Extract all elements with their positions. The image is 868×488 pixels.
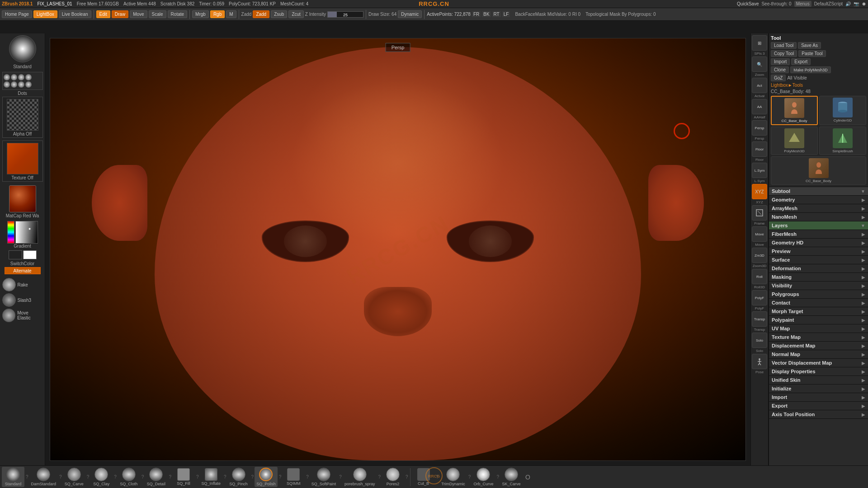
solo-btn[interactable]: Solo <box>752 333 767 348</box>
texture-section[interactable]: Texture Off <box>2 141 43 182</box>
brush-preview[interactable] <box>9 35 36 62</box>
brush-sq-cloth[interactable]: SQ_Cloth <box>118 467 140 487</box>
uv-map-section[interactable]: UV Map ▶ <box>769 324 868 333</box>
polyf-btn[interactable]: PolyF <box>752 290 767 305</box>
rgb-btn[interactable]: Rgb <box>210 10 225 18</box>
save-as-btn[interactable]: Save As <box>798 42 821 49</box>
tool-thumb-cc-base-body2[interactable]: CC_Base_Body <box>771 156 866 185</box>
import-section[interactable]: Import ▶ <box>769 393 868 402</box>
fibermesh-section[interactable]: FiberMesh ▶ <box>769 230 868 239</box>
brush-dam-standard[interactable]: DamStandard <box>29 467 58 487</box>
tool-thumb-cc-base-body[interactable]: CC_Base_Body <box>771 96 818 125</box>
polygroups-section[interactable]: Polygroups ▶ <box>769 290 868 299</box>
arraymesh-section[interactable]: ArrayMesh ▶ <box>769 204 868 213</box>
hue-bar[interactable] <box>7 221 14 244</box>
record-icon[interactable]: ⏺ <box>862 1 866 6</box>
display-properties-section[interactable]: Display Properties ▶ <box>769 367 868 376</box>
layers-section[interactable]: Layers ▼ <box>769 221 868 230</box>
brush-sq-pinch[interactable]: SQ_Pinch <box>227 467 250 487</box>
surface-section[interactable]: Surface ▶ <box>769 256 868 264</box>
brush-sq-polish[interactable]: SQ_Polish <box>255 467 278 487</box>
brush-sq-detail[interactable]: SQ_Detail <box>145 467 167 487</box>
home-page-btn[interactable]: Home Page <box>2 10 32 18</box>
slash3-brush[interactable]: Slash3 <box>2 293 43 307</box>
material-section[interactable]: MatCap Red Wa <box>5 184 41 218</box>
texture-map-section[interactable]: Texture Map ▶ <box>769 333 868 342</box>
tool-thumb-simplebrush[interactable]: SimpleBrush <box>819 127 866 155</box>
move3d-btn[interactable]: Move <box>752 226 767 242</box>
lightbox-tools-btn[interactable]: Lightbox►Tools <box>771 83 866 88</box>
normal-map-section[interactable]: Normal Map ▶ <box>769 350 868 359</box>
displacement-map-section[interactable]: Displacement Map ▶ <box>769 342 868 350</box>
foreground-color[interactable] <box>9 250 22 259</box>
export-btn[interactable]: Export <box>791 58 811 65</box>
brush-sk-carve[interactable]: SK_Carve <box>500 467 523 487</box>
lightbox-btn[interactable]: LightBox <box>33 10 57 18</box>
visibility-section[interactable]: Visibility ▶ <box>769 282 868 290</box>
edit-btn[interactable]: Edit <box>96 10 110 18</box>
brush-orb-curve[interactable]: Orb_Curve <box>472 467 495 487</box>
import-btn[interactable]: Import <box>771 58 790 65</box>
local-btn[interactable]: L.Sym <box>752 163 767 178</box>
stroke-section[interactable] <box>2 72 43 90</box>
mask-polygroups[interactable]: Mask By Polygroups: 0 <box>609 12 656 17</box>
geometryhd-section[interactable]: Geometry HD ▶ <box>769 239 868 247</box>
speaker-icon[interactable]: 🔊 <box>845 1 851 6</box>
tool-thumb-cylinder[interactable]: CylinderSD <box>819 96 866 125</box>
move-btn[interactable]: Move <box>130 10 147 18</box>
transp-btn[interactable]: Transp <box>752 311 767 327</box>
brush-sq-clay[interactable]: SQ_Clay <box>90 467 113 487</box>
brush-sq-carve[interactable]: SQ_Carve <box>63 467 85 487</box>
export-section[interactable]: Export ▶ <box>769 402 868 410</box>
zsub-btn[interactable]: Zsub <box>271 10 287 18</box>
perspective-view-btn[interactable]: Persp <box>386 43 410 52</box>
brush-trim-dynamic[interactable]: TrimDynamic <box>439 467 467 487</box>
bk-btn[interactable]: BK <box>482 11 491 17</box>
spls3-btn[interactable]: ⊞ <box>752 35 767 51</box>
geometry-section[interactable]: Geometry ▶ <box>769 196 868 204</box>
backface-mask[interactable]: BackFaceMask <box>515 12 546 17</box>
see-through[interactable]: See-through: 0 <box>761 1 791 6</box>
camera-icon[interactable]: 📷 <box>854 1 859 6</box>
alternate-btn[interactable]: Alternate <box>5 267 41 274</box>
brush-sq-softpaint[interactable]: SQ_SoftPaint <box>310 467 338 487</box>
clone-btn[interactable]: Clone <box>771 66 789 73</box>
zadd-btn[interactable]: Zadd <box>253 10 269 18</box>
load-tool-btn[interactable]: Load Tool <box>771 42 797 49</box>
paste-tool-btn[interactable]: Paste Tool <box>798 50 826 57</box>
zoom3d-btn[interactable]: Zm3D <box>752 248 767 263</box>
menus-btn[interactable]: Menus <box>794 1 811 7</box>
initialize-section[interactable]: Initialize ▶ <box>769 385 868 393</box>
unified-skin-section[interactable]: Unified Skin ▶ <box>769 376 868 385</box>
z-intensity-slider[interactable]: 25 <box>327 11 363 18</box>
sv-box[interactable] <box>15 221 38 244</box>
vector-displacement-map-section[interactable]: Vector Displacement Map ▶ <box>769 359 868 367</box>
brush-sq-fill[interactable]: SQ_Fill <box>172 467 195 487</box>
copy-tool-btn[interactable]: Copy Tool <box>771 50 797 57</box>
rake-brush[interactable]: Rake <box>2 278 43 291</box>
pose-btn[interactable] <box>752 354 767 369</box>
rotate-btn[interactable]: Rotate <box>168 10 187 18</box>
frame-btn[interactable] <box>752 205 767 221</box>
zcut-btn[interactable]: Zcut <box>288 10 303 18</box>
main-canvas[interactable]: RRCG.CN Persp <box>45 33 750 465</box>
mrgb-btn[interactable]: Mrgb <box>192 10 209 18</box>
brush-sq-inflate[interactable]: SQ_Inflate <box>200 467 223 487</box>
dynamic-btn[interactable]: Dynamic <box>398 10 422 18</box>
brush-standard[interactable]: Standard <box>2 467 24 487</box>
floor-btn[interactable]: Floor <box>752 141 767 157</box>
tool-thumb-polymesh[interactable]: PolyMesh3D <box>771 127 818 155</box>
nanomesh-section[interactable]: NanoMesh ▶ <box>769 213 868 221</box>
brush-pores2[interactable]: Pores2 <box>382 467 404 487</box>
polypaint-section[interactable]: Polypaint ▶ <box>769 316 868 324</box>
morph-target-section[interactable]: Morph Target ▶ <box>769 307 868 316</box>
deformation-section[interactable]: Deformation ▶ <box>769 264 868 273</box>
preview-section[interactable]: Preview ▶ <box>769 247 868 256</box>
persp-btn[interactable]: Persp <box>752 120 767 136</box>
fr-btn[interactable]: FR <box>472 11 481 17</box>
live-boolean-btn[interactable]: Live Boolean <box>59 10 91 18</box>
lf-btn[interactable]: LF <box>502 11 510 17</box>
draw-btn[interactable]: Draw <box>112 10 128 18</box>
masking-section[interactable]: Masking ▶ <box>769 273 868 282</box>
contact-section[interactable]: Contact ▶ <box>769 299 868 307</box>
